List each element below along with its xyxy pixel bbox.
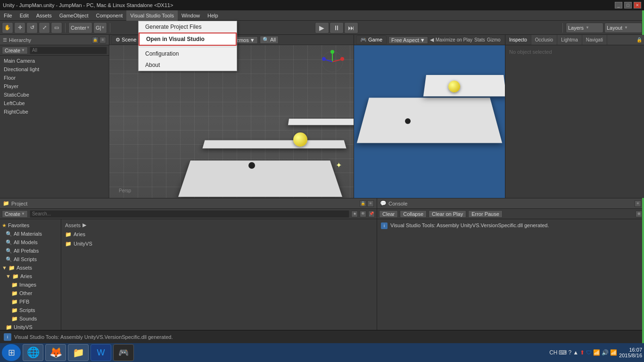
all-materials-label: All Materials xyxy=(14,231,42,237)
hierarchy-item-rightcube[interactable]: RightCube xyxy=(0,107,109,116)
title-bar-controls: _ □ ✕ xyxy=(615,2,641,8)
menu-window[interactable]: Window xyxy=(178,10,204,21)
hierarchy-item-main-camera[interactable]: Main Camera xyxy=(0,57,109,65)
menu-edit[interactable]: Edit xyxy=(16,10,33,21)
menu-component[interactable]: Component xyxy=(92,10,126,21)
move-tool-button[interactable]: ✛ xyxy=(14,22,25,33)
asset-unityvs-row[interactable]: 📁 UnityVS xyxy=(63,239,375,248)
layers-dropdown[interactable]: Layers ▼ xyxy=(566,23,603,33)
asset-aries-row[interactable]: 📁 Aries xyxy=(63,230,375,239)
console-menu[interactable]: ≡ xyxy=(635,200,641,207)
hierarchy-controls: 🔒 ≡ xyxy=(92,37,106,43)
project-lock[interactable]: 🔒 xyxy=(360,200,366,207)
console-collapse-button[interactable]: Collapse xyxy=(400,210,427,218)
search-icon-prefabs: 🔍 xyxy=(6,248,12,254)
inspector-tab-navigation[interactable]: Navigati xyxy=(582,35,607,45)
project-eye[interactable]: 👁 xyxy=(360,211,366,217)
inspector-tab-occlusion[interactable]: Occlusio xyxy=(531,35,557,45)
global-button[interactable]: G| ▼ xyxy=(93,22,107,33)
tree-other-folder[interactable]: 📁 Other xyxy=(0,289,61,297)
hierarchy-lock[interactable]: 🔒 xyxy=(92,37,99,43)
tree-all-prefabs[interactable]: 🔍 All Prefabs xyxy=(0,247,61,255)
hand-tool-button[interactable]: ✋ xyxy=(2,22,13,33)
console-entry-0[interactable]: i Visual Studio Tools: Assembly UnityVS.… xyxy=(379,221,642,230)
taskbar-unity[interactable]: 🎮 xyxy=(113,344,134,361)
pivot-button[interactable]: Center ▼ xyxy=(68,22,92,33)
all-prefabs-label: All Prefabs xyxy=(14,248,39,254)
project-create-button[interactable]: Create ▼ xyxy=(2,210,28,218)
maximize-button[interactable]: □ xyxy=(624,2,632,8)
rotate-tool-button[interactable]: ↺ xyxy=(26,22,38,33)
tree-images-folder[interactable]: 📁 Images xyxy=(0,280,61,289)
tree-assets-root[interactable]: ▼ 📁 Assets xyxy=(0,263,61,272)
scale-tool-button[interactable]: ⤢ xyxy=(39,22,50,33)
start-button[interactable]: ⊞ xyxy=(2,344,21,361)
stats-label[interactable]: Stats xyxy=(474,37,485,42)
taskbar-explorer[interactable]: 📁 xyxy=(68,344,89,361)
close-button[interactable]: ✕ xyxy=(634,2,641,8)
minimize-button[interactable]: _ xyxy=(615,2,622,8)
scene-search-all-btn[interactable]: 🔍 All xyxy=(260,36,279,44)
play-button[interactable]: ▶ xyxy=(315,22,329,33)
menu-gameobject[interactable]: GameObject xyxy=(56,10,92,21)
tree-unityvs-folder[interactable]: 📁 UnityVS xyxy=(0,323,61,330)
hierarchy-item-floor[interactable]: Floor xyxy=(0,74,109,82)
menu-file[interactable]: File xyxy=(0,10,16,21)
step-button[interactable]: ⏭ xyxy=(344,22,358,33)
taskbar-clock[interactable]: 16:07 2015/8/16 xyxy=(619,347,642,358)
pause-button[interactable]: ⏸ xyxy=(330,22,344,33)
menu-vs-tools[interactable]: Visual Studio Tools xyxy=(126,10,178,21)
hierarchy-list: Main Camera Directional light Floor Play… xyxy=(0,56,109,198)
layout-dropdown[interactable]: Layout ▼ xyxy=(604,23,642,33)
console-clear-on-play-button[interactable]: Clear on Play xyxy=(429,210,466,218)
hierarchy-item-staticcube[interactable]: StaticCube xyxy=(0,90,109,99)
free-aspect-btn[interactable]: Free Aspect ▼ xyxy=(388,36,428,44)
console-error-pause-button[interactable]: Error Pause xyxy=(468,210,503,218)
hierarchy-search[interactable] xyxy=(30,47,107,54)
search-icon-models: 🔍 xyxy=(6,239,12,246)
dropdown-open-vs[interactable]: Open in Visual Studio xyxy=(139,33,237,46)
tree-all-materials[interactable]: 🔍 All Materials xyxy=(0,230,61,238)
taskbar-volume-icon[interactable]: 🔊 xyxy=(602,349,609,356)
console-content: i Visual Studio Tools: Assembly UnityVS.… xyxy=(377,219,644,330)
menu-help[interactable]: Help xyxy=(204,10,222,21)
menu-assets[interactable]: Assets xyxy=(33,10,56,21)
inspector-lock-icon[interactable]: 🔒 xyxy=(635,37,644,42)
game-canvas xyxy=(354,45,505,198)
dropdown-generate-files[interactable]: Generate Project Files xyxy=(139,21,237,33)
game-tab[interactable]: 🎮 Game xyxy=(356,35,387,44)
tree-favorites[interactable]: ★ Favorites xyxy=(0,221,61,230)
taskbar-up-icon[interactable]: ▲ xyxy=(573,349,578,356)
taskbar-word[interactable]: W xyxy=(91,344,111,361)
tree-pfb-folder[interactable]: 📁 PFB xyxy=(0,297,61,306)
tree-aries-folder[interactable]: ▼ 📁 Aries xyxy=(0,272,61,280)
game-upper-platform xyxy=(423,75,505,96)
scene-tab[interactable]: ⚙ Scene xyxy=(111,35,140,44)
gizmos-label[interactable]: Gizmo xyxy=(487,37,501,42)
tree-sounds-folder[interactable]: 📁 Sounds xyxy=(0,314,61,323)
hierarchy-menu[interactable]: ≡ xyxy=(99,37,106,43)
tree-scripts-folder[interactable]: 📁 Scripts xyxy=(0,306,61,314)
hierarchy-create-button[interactable]: Create ▼ xyxy=(2,47,28,54)
taskbar-chrome[interactable]: 🌐 xyxy=(23,344,43,361)
dropdown-configuration[interactable]: Configuration xyxy=(139,48,237,59)
inspector-tab-inspector[interactable]: Inspecto xyxy=(505,35,531,45)
project-search[interactable] xyxy=(30,210,349,218)
project-pin[interactable]: 📌 xyxy=(368,211,375,217)
rect-tool-button[interactable]: ▭ xyxy=(51,22,62,33)
axis-gizmo[interactable] xyxy=(321,50,344,74)
tree-all-models[interactable]: 🔍 All Models xyxy=(0,238,61,247)
project-star[interactable]: ★ xyxy=(351,211,358,217)
all-models-label: All Models xyxy=(14,239,38,245)
layers-label: Layers xyxy=(568,25,584,31)
tree-all-scripts[interactable]: 🔍 All Scripts xyxy=(0,255,61,263)
project-menu[interactable]: ≡ xyxy=(367,200,374,207)
inspector-tab-lightmap[interactable]: Lightma xyxy=(557,35,582,45)
hierarchy-item-leftcube[interactable]: LeftCube xyxy=(0,99,109,107)
taskbar-firefox[interactable]: 🦊 xyxy=(45,344,66,361)
dropdown-about[interactable]: About xyxy=(139,59,237,71)
hierarchy-item-directional-light[interactable]: Directional light xyxy=(0,65,109,74)
console-clear-button[interactable]: Clear xyxy=(379,210,398,218)
console-settings[interactable]: ⊕ xyxy=(636,211,642,217)
hierarchy-item-player[interactable]: Player xyxy=(0,82,109,90)
